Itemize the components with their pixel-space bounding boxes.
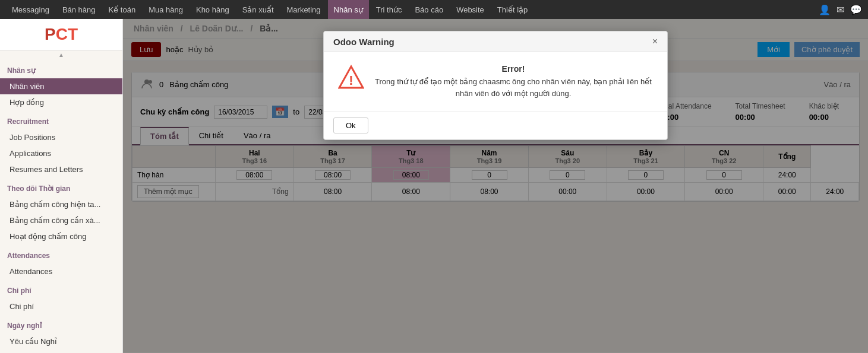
sidebar-section-chiphi: Chi phí	[0, 283, 122, 298]
chat-icon[interactable]: 💬	[850, 4, 862, 15]
modal-body: ! Error! Trong thứ tự để tạo một bảng ch…	[324, 52, 667, 111]
warning-icon-container: !	[338, 64, 364, 92]
modal-footer: Ok	[324, 111, 667, 139]
top-nav: Messaging Bán hàng Kế toán Mua hàng Kho …	[0, 0, 868, 19]
mail-icon[interactable]: ✉	[837, 4, 844, 15]
sidebar-section-ngaynghi: Ngày nghỉ	[0, 318, 122, 333]
nav-right-icons: 👤 ✉ 💬	[819, 4, 862, 15]
sidebar-item-bangchamcong-canxa[interactable]: Bảng chấm công cần xà...	[0, 212, 122, 228]
user-icon[interactable]: 👤	[819, 4, 831, 15]
svg-text:!: !	[349, 73, 353, 88]
sidebar-section-nhansu: Nhân sự	[0, 63, 122, 78]
logo-text: PCT	[45, 25, 78, 44]
sidebar-item-resumes[interactable]: Resumes and Letters	[0, 161, 122, 177]
nav-messaging[interactable]: Messaging	[6, 0, 55, 19]
sidebar-item-chiphi[interactable]: Chi phí	[0, 298, 122, 314]
sidebar: PCT ▲ Nhân sự Nhân viên Hợp đồng Recruit…	[0, 19, 123, 353]
nav-trithuc[interactable]: Tri thức	[370, 0, 408, 19]
modal-close-button[interactable]: ×	[652, 36, 658, 47]
scroll-up-indicator: ▲	[0, 50, 122, 59]
modal-message: Trong thứ tự để tạo một bảng chaasmc ông…	[374, 76, 653, 99]
warning-modal: Odoo Warning × ! Error! Trong t	[323, 31, 668, 140]
main-content: Nhân viên / Lê Doãn Dư... / Bả... Lưu ho…	[123, 19, 868, 353]
sidebar-item-job-positions[interactable]: Job Positions	[0, 129, 122, 145]
sidebar-section-recruitment: Recruitment	[0, 114, 122, 129]
modal-text-area: Error! Trong thứ tự để tạo một bảng chaa…	[374, 64, 653, 99]
nav-sanxuat[interactable]: Sản xuất	[236, 0, 280, 19]
sidebar-item-attendances[interactable]: Attendances	[0, 263, 122, 279]
nav-khohang[interactable]: Kho hàng	[190, 0, 235, 19]
sidebar-item-applications[interactable]: Applications	[0, 145, 122, 161]
nav-website[interactable]: Website	[450, 0, 490, 19]
modal-title: Odoo Warning	[333, 37, 394, 47]
nav-banhang[interactable]: Bán hàng	[56, 0, 102, 19]
ok-button[interactable]: Ok	[333, 117, 368, 133]
modal-overlay: Odoo Warning × ! Error! Trong t	[123, 19, 868, 353]
nav-marketing[interactable]: Marketing	[281, 0, 327, 19]
main-layout: PCT ▲ Nhân sự Nhân viên Hợp đồng Recruit…	[0, 19, 868, 353]
sidebar-section-attendances: Attendances	[0, 248, 122, 263]
nav-baocao[interactable]: Báo cáo	[409, 0, 449, 19]
modal-content-row: ! Error! Trong thứ tự để tạo một bảng ch…	[338, 64, 653, 99]
modal-header: Odoo Warning ×	[324, 31, 667, 52]
sidebar-item-nhanvien[interactable]: Nhân viên	[0, 78, 122, 94]
warning-triangle-icon: !	[338, 64, 364, 90]
nav-thietlap[interactable]: Thiết lập	[491, 0, 534, 19]
modal-error-label: Error!	[374, 64, 653, 74]
sidebar-section-theodoi: Theo dõi Thời gian	[0, 181, 122, 196]
sidebar-item-yeucaunghi[interactable]: Yêu cầu Nghỉ	[0, 333, 122, 349]
sidebar-item-hopdong[interactable]: Hợp đồng	[0, 94, 122, 110]
nav-ketoan[interactable]: Kế toán	[103, 0, 142, 19]
nav-muahang[interactable]: Mua hàng	[143, 0, 189, 19]
sidebar-item-hoatdong[interactable]: Hoạt động chấm công	[0, 228, 122, 244]
sidebar-item-bangchamcong-hientai[interactable]: Bảng chấm công hiện ta...	[0, 196, 122, 212]
nav-nhansu[interactable]: Nhân sự	[328, 0, 369, 19]
nav-menu: Messaging Bán hàng Kế toán Mua hàng Kho …	[6, 0, 534, 19]
logo: PCT	[0, 19, 122, 50]
